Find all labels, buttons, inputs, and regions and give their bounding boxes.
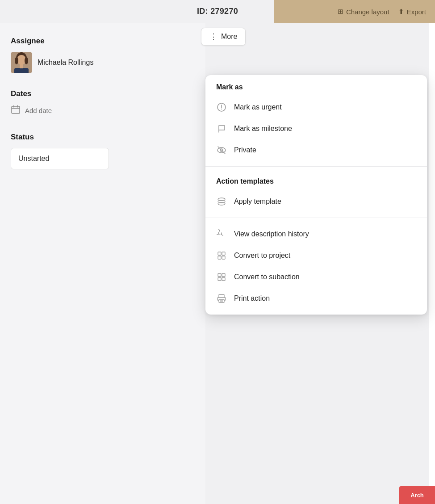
right-header: ⊞ Change layout ⬆ Export xyxy=(274,0,435,23)
apply-template-item[interactable]: Apply template xyxy=(205,191,427,212)
svg-rect-23 xyxy=(218,252,221,255)
change-layout-button[interactable]: ⊞ Change layout xyxy=(338,8,389,16)
urgent-icon xyxy=(216,102,227,113)
private-label: Private xyxy=(234,146,256,154)
print-action-label: Print action xyxy=(234,294,270,302)
more-dots-icon: ⋮ xyxy=(209,33,218,41)
mark-milestone-label: Mark as milestone xyxy=(234,125,292,133)
svg-rect-6 xyxy=(20,64,23,68)
private-item[interactable]: Private xyxy=(205,139,427,161)
status-section: Status Unstarted xyxy=(11,133,195,169)
convert-subaction-item[interactable]: Convert to subaction xyxy=(205,266,427,288)
divider-1 xyxy=(205,166,427,167)
private-icon xyxy=(216,145,227,155)
export-icon: ⬆ xyxy=(398,8,404,16)
svg-rect-7 xyxy=(12,106,20,113)
svg-rect-31 xyxy=(219,294,224,298)
svg-point-13 xyxy=(221,109,222,109)
svg-rect-26 xyxy=(222,256,225,259)
svg-rect-28 xyxy=(222,273,225,277)
mark-as-section: Mark as Mark as urgent Mark as milestone xyxy=(205,75,427,164)
status-label: Status xyxy=(11,133,195,142)
svg-rect-3 xyxy=(14,68,29,73)
add-date-label: Add date xyxy=(25,107,52,114)
mark-urgent-label: Mark as urgent xyxy=(234,103,282,111)
dropdown-menu: Mark as Mark as urgent Mark as milestone xyxy=(205,75,427,315)
mark-milestone-item[interactable]: Mark as milestone xyxy=(205,118,427,139)
svg-point-2 xyxy=(17,55,26,65)
svg-point-4 xyxy=(15,57,18,64)
mark-urgent-item[interactable]: Mark as urgent xyxy=(205,97,427,118)
apply-template-label: Apply template xyxy=(234,197,281,206)
convert-project-item[interactable]: Convert to project xyxy=(205,245,427,266)
svg-rect-25 xyxy=(218,256,221,259)
calendar-icon xyxy=(11,105,21,117)
lower-section: View description history Convert to proj… xyxy=(205,221,427,315)
mark-as-header: Mark as xyxy=(205,83,427,97)
divider-2 xyxy=(205,218,427,218)
template-icon xyxy=(216,196,227,207)
dates-section: Dates Add date xyxy=(11,89,195,117)
left-panel: Assignee Michaela R xyxy=(0,23,205,504)
assignee-label: Assignee xyxy=(11,37,195,46)
svg-rect-27 xyxy=(218,273,221,277)
action-templates-header: Action templates xyxy=(205,177,427,191)
more-button[interactable]: ⋮ More xyxy=(201,28,246,46)
convert-project-label: Convert to project xyxy=(234,252,290,260)
dates-label: Dates xyxy=(11,89,195,98)
add-date-row[interactable]: Add date xyxy=(11,105,195,117)
milestone-icon xyxy=(216,123,227,134)
history-icon xyxy=(216,229,227,239)
assignee-name: Michaela Rollings xyxy=(38,59,93,67)
action-templates-section: Action templates Apply template xyxy=(205,169,427,215)
svg-rect-24 xyxy=(222,252,225,255)
convert-subaction-icon xyxy=(216,272,227,282)
convert-project-icon xyxy=(216,250,227,261)
right-panel-bg xyxy=(429,23,435,504)
window-title: ID: 279270 xyxy=(197,7,238,16)
more-label: More xyxy=(221,33,237,41)
export-button[interactable]: ⬆ Export xyxy=(398,8,426,16)
svg-line-22 xyxy=(222,235,223,235)
print-icon xyxy=(216,293,227,304)
avatar xyxy=(11,52,32,73)
svg-rect-30 xyxy=(222,277,225,281)
convert-subaction-label: Convert to subaction xyxy=(234,273,300,281)
view-history-item[interactable]: View description history xyxy=(205,223,427,245)
avatar-image xyxy=(11,52,32,73)
svg-point-5 xyxy=(25,57,28,64)
assignee-row: Michaela Rollings xyxy=(11,52,195,73)
svg-rect-29 xyxy=(218,277,221,281)
accent-label: Arch xyxy=(410,492,424,499)
bottom-accent: Arch xyxy=(399,486,435,504)
view-history-label: View description history xyxy=(234,230,309,238)
print-action-item[interactable]: Print action xyxy=(205,288,427,309)
layout-icon: ⊞ xyxy=(338,8,343,16)
status-value[interactable]: Unstarted xyxy=(11,148,109,169)
